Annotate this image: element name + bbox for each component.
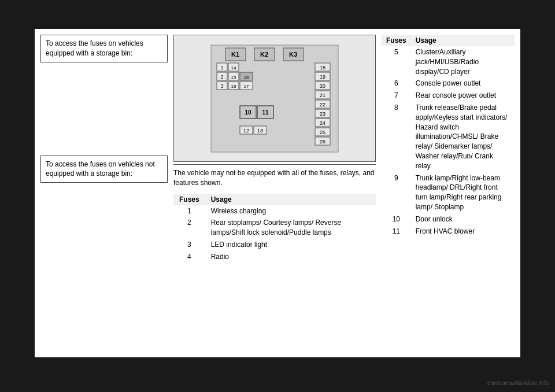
main-area: To access the fuses on vehicles equipped… xyxy=(35,29,520,357)
fuse-number: 6 xyxy=(382,77,411,90)
right-fuse-table: Fuses Usage 5 Cluster/Auxiliary jack/HMI… xyxy=(382,35,515,237)
svg-text:13: 13 xyxy=(257,128,263,134)
fuse-number: 10 xyxy=(382,213,411,225)
svg-text:21: 21 xyxy=(320,93,325,98)
svg-text:12: 12 xyxy=(243,128,249,134)
svg-text:19: 19 xyxy=(320,74,325,80)
right-column: Fuses Usage 5 Cluster/Auxiliary jack/HMI… xyxy=(382,35,515,352)
table-row: 11 Front HVAC blower xyxy=(382,225,515,238)
notice-bottom-text: To access the fuses on vehicles not equi… xyxy=(46,160,155,178)
svg-text:23: 23 xyxy=(320,111,325,117)
svg-text:2: 2 xyxy=(220,74,223,80)
svg-text:25: 25 xyxy=(320,130,325,135)
caption-text: The vehicle may not be equipped with all… xyxy=(173,169,375,187)
svg-text:K1: K1 xyxy=(231,51,239,58)
table-row: 2 Rear stoplamps/ Courtesy lamps/ Revers… xyxy=(173,217,376,239)
fuse-number: 4 xyxy=(173,251,205,263)
notice-top-box: To access the fuses on vehicles equipped… xyxy=(40,35,168,62)
fuse-usage: Trunk lamp/Right low-beam headlamp/ DRL/… xyxy=(411,172,515,213)
fuse-number: 9 xyxy=(382,172,411,213)
svg-text:1: 1 xyxy=(220,65,223,71)
middle-fuses-header: Fuses xyxy=(173,194,205,205)
right-usage-header: Usage xyxy=(411,35,515,46)
table-row: 1 Wireless charging xyxy=(173,205,376,217)
fuse-usage: Wireless charging xyxy=(205,205,376,217)
fuse-diagram-svg: K1 K2 K3 18 19 20 xyxy=(208,42,341,155)
fuse-usage: Front HVAC blower xyxy=(411,225,515,238)
middle-fuse-table: Fuses Usage 1 Wireless charging 2 Rear s… xyxy=(173,194,376,263)
table-row: 4 Radio xyxy=(173,251,376,263)
fuse-number: 8 xyxy=(382,102,411,172)
fuse-usage: Rear console power outlet xyxy=(411,90,515,102)
right-fuses-header: Fuses xyxy=(382,35,411,46)
table-row: 9 Trunk lamp/Right low-beam headlamp/ DR… xyxy=(382,172,515,213)
table-row: 5 Cluster/Auxiliary jack/HMI/USB/Radio d… xyxy=(382,46,515,77)
svg-text:14: 14 xyxy=(231,65,236,71)
svg-text:10: 10 xyxy=(245,109,251,116)
notice-bottom-box: To access the fuses on vehicles not equi… xyxy=(40,156,168,183)
svg-text:22: 22 xyxy=(320,102,325,108)
watermark: carmanualsonline.info xyxy=(487,379,549,386)
left-column: To access the fuses on vehicles equipped… xyxy=(40,35,168,352)
table-row: 10 Door unlock xyxy=(382,213,515,225)
middle-column: K1 K2 K3 18 19 20 xyxy=(173,35,376,352)
fuse-usage: Console power outlet xyxy=(411,77,515,90)
fuse-number: 3 xyxy=(173,239,205,251)
fuse-number: 7 xyxy=(382,90,411,102)
svg-text:3: 3 xyxy=(220,83,223,89)
page-content: To access the fuses on vehicles equipped… xyxy=(35,29,520,357)
table-row: 7 Rear console power outlet xyxy=(382,90,515,102)
table-row: 3 LED indicator light xyxy=(173,239,376,251)
fuse-usage: LED indicator light xyxy=(205,239,376,251)
fuse-usage: Trunk release/Brake pedal apply/Keyless … xyxy=(411,102,515,172)
fuse-diagram-container: K1 K2 K3 18 19 20 xyxy=(173,35,376,162)
svg-text:15: 15 xyxy=(231,75,236,80)
svg-text:16: 16 xyxy=(231,84,236,89)
fuse-usage: Door unlock xyxy=(411,213,515,225)
fuse-number: 11 xyxy=(382,225,411,238)
fuse-number: 1 xyxy=(173,205,205,217)
svg-text:16: 16 xyxy=(244,75,249,80)
svg-text:K3: K3 xyxy=(289,51,297,58)
svg-text:18: 18 xyxy=(320,65,325,71)
svg-text:20: 20 xyxy=(320,83,325,89)
svg-text:K2: K2 xyxy=(260,51,268,58)
table-row: 8 Trunk release/Brake pedal apply/Keyles… xyxy=(382,102,515,172)
svg-text:17: 17 xyxy=(244,84,249,89)
fuse-number: 2 xyxy=(173,217,205,239)
notice-top-text: To access the fuses on vehicles equipped… xyxy=(46,39,143,57)
diagram-caption: The vehicle may not be equipped with all… xyxy=(173,164,376,191)
fuse-usage: Radio xyxy=(205,251,376,263)
svg-text:24: 24 xyxy=(320,120,325,126)
fuse-number: 5 xyxy=(382,46,411,77)
table-row: 6 Console power outlet xyxy=(382,77,515,90)
svg-text:11: 11 xyxy=(262,109,269,116)
fuse-usage: Rear stoplamps/ Courtesy lamps/ Reverse … xyxy=(205,217,376,239)
svg-text:26: 26 xyxy=(320,139,325,145)
middle-usage-header: Usage xyxy=(205,194,376,205)
fuse-usage: Cluster/Auxiliary jack/HMI/USB/Radio dis… xyxy=(411,46,515,77)
